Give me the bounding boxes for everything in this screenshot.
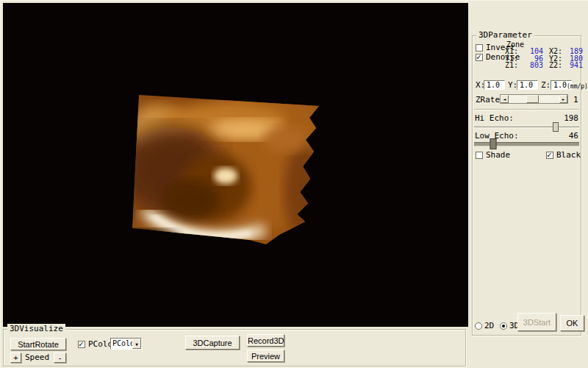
shade-checkbox[interactable] [476,152,483,159]
speed-label: Speed [25,353,49,362]
speed-minus-button[interactable]: - [54,353,66,363]
scale-x-input[interactable]: 1.0 [484,80,505,90]
radio-2d[interactable] [475,322,482,330]
scale-y-input[interactable]: 1.0 [517,80,538,90]
zrate-left-arrow-icon[interactable]: ◄ [501,95,509,103]
zrate-value: 1 [573,96,578,105]
denoise-checkbox[interactable] [476,54,483,61]
radio-3d[interactable] [500,322,507,330]
low-echo-thumb[interactable] [490,138,496,149]
shade-label: Shade [486,151,510,160]
dropdown-arrow-icon[interactable]: ▼ [132,339,141,349]
application-window: 3DParameter Invert Denoise Zone X1: 104 … [0,0,588,368]
low-echo-slider[interactable] [474,139,579,149]
zone-z2-value: 941 [562,62,583,69]
ok-button[interactable]: OK [560,315,584,331]
zone-z1-value: 803 [523,62,543,69]
zrate-right-arrow-icon[interactable]: ► [559,95,567,103]
invert-checkbox[interactable] [476,44,483,52]
pcolor-dropdown[interactable]: PColor ▼ [110,338,142,350]
preview-button[interactable]: Preview [247,350,284,362]
visualize-group: 3DVisualize StartRotate + Speed - PColor… [3,329,466,367]
parameter-group-title: 3DParameter [476,30,534,40]
ultrasound-3d-render [3,3,468,327]
pcolor-checkbox[interactable] [78,341,85,348]
zone-z2-label: Z2: [543,62,562,69]
record-3d-button[interactable]: Record3D [247,334,284,347]
black-checkbox[interactable] [546,152,553,159]
parameter-group: 3DParameter Invert Denoise Zone X1: 104 … [472,35,581,336]
start-3d-button[interactable]: 3DStart [517,313,556,331]
zrate-scrollbar[interactable]: ◄ ► [500,94,568,104]
hi-echo-track[interactable] [474,127,579,128]
divider [474,109,579,110]
zrate-label: ZRate [476,96,500,105]
hi-echo-thumb[interactable] [553,122,559,132]
capture-3d-button[interactable]: 3DCapture [185,336,240,350]
radio-2d-label: 2D [484,322,494,330]
scale-z-label: Z: [541,81,551,90]
black-label: Black [556,151,581,160]
scale-unit-label: (mm/p) [567,82,588,91]
zrate-scrollbar-thumb[interactable] [526,95,539,103]
speed-plus-button[interactable]: + [10,353,21,363]
render-viewport[interactable] [3,3,468,327]
start-rotate-button[interactable]: StartRotate [10,338,66,350]
zone-z1-label: Z1: [505,62,523,69]
zone-values: X1: 104 X2: 189 Y1: 96 Y2: 180 Z1: 803 Z… [505,48,583,69]
visualize-group-title: 3DVisualize [7,324,65,334]
